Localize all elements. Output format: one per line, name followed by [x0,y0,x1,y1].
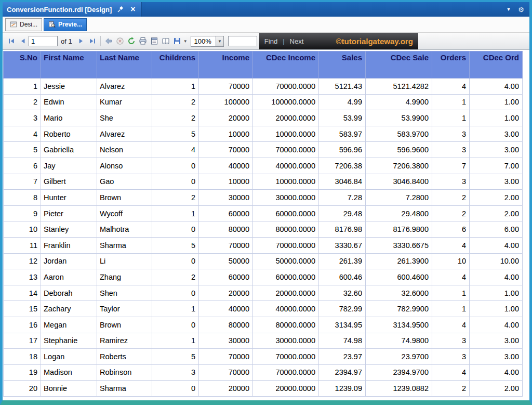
next-link[interactable]: Next [290,37,304,45]
gear-icon[interactable]: ⚙ [518,6,524,14]
table-cell: Hunter [41,190,97,206]
table-cell: 3.00 [470,126,523,142]
print-layout-button[interactable] [149,35,160,47]
column-header-orders: Orders [432,51,470,79]
pin-icon[interactable] [117,6,124,13]
table-cell: 3.00 [470,142,523,158]
table-cell: 13 [4,269,41,285]
table-cell: 8 [4,190,41,206]
table-cell: Deborah [41,285,97,301]
table-cell: 20000 [199,381,253,397]
print-button[interactable] [137,35,149,47]
close-icon[interactable]: × [129,5,137,14]
table-cell: 70000 [199,364,253,381]
table-cell: 5 [152,349,199,365]
table-cell: 1 [432,285,470,301]
table-cell: 1 [4,79,41,95]
table-cell: 3134.95 [319,317,366,333]
table-cell: Nelson [97,142,152,158]
table-cell: 2 [432,190,470,206]
previous-page-button[interactable] [17,35,29,47]
table-cell: 4 [152,142,199,158]
stop-button[interactable] [114,35,126,47]
table-cell: 1 [432,301,470,317]
table-cell: 596.96 [319,142,366,158]
table-cell: 2394.9700 [366,364,432,381]
back-to-parent-button[interactable] [103,35,114,47]
report-toolbar: of 1 ▼ 100% ▼ [3,33,529,50]
table-cell: 32.6000 [366,285,432,301]
table-cell: 1 [152,333,199,349]
table-cell: 3.00 [470,174,523,190]
document-tab[interactable]: ConversionFunction.rdl [Design] × [3,2,142,17]
zoom-dropdown-icon[interactable]: ▼ [216,36,223,46]
table-cell: Shen [97,285,152,301]
table-cell: 4.9900 [366,94,432,110]
table-cell: Megan [41,317,97,333]
tab-design[interactable]: Desi... [5,18,42,31]
table-cell: 12 [4,253,41,269]
next-page-button[interactable] [75,35,87,47]
table-cell: Bonnie [41,381,97,397]
find-link[interactable]: Find [264,37,277,45]
last-page-button[interactable] [87,35,98,47]
table-cell: Aaron [41,269,97,285]
table-cell: 3330.67 [319,237,366,253]
export-dropdown-icon[interactable]: ▼ [183,39,188,44]
table-cell: 29.4800 [366,205,432,221]
refresh-button[interactable] [126,35,137,47]
page-number-input[interactable] [29,36,58,46]
table-cell: 80000 [199,317,253,333]
table-cell: 2 [4,94,41,110]
report-viewer: S.NoFirst NameLast NameChildrensIncomeCD… [3,50,529,400]
table-cell: She [97,110,152,126]
table-cell: 23.97 [319,349,366,365]
table-cell: 2 [432,205,470,221]
design-icon [10,21,17,28]
table-cell: 0 [152,158,199,174]
table-cell: 5 [4,142,41,158]
table-cell: 80000.0000 [253,317,319,333]
table-cell: Logan [41,349,97,365]
table-cell: Gilbert [41,174,97,190]
find-input[interactable] [228,36,257,46]
zoom-select[interactable]: 100% ▼ [191,36,224,47]
table-cell: 6.00 [470,221,523,238]
zoom-value: 100% [191,37,216,45]
table-cell: 6 [4,158,41,174]
table-cell: 3 [432,174,470,190]
table-cell: 23.9700 [366,349,432,365]
table-row: 19MadisonRobinson37000070000.00002394.97… [4,364,523,381]
table-cell: 7206.38 [319,158,366,174]
titlebar: ConversionFunction.rdl [Design] × ▼ ⚙ [3,2,529,17]
first-page-button[interactable] [6,35,17,47]
column-header-income: Income [199,51,253,79]
report-designer-window: ConversionFunction.rdl [Design] × ▼ ⚙ [0,0,532,405]
page-count-label: of 1 [61,37,72,45]
table-cell: 2.00 [470,381,523,397]
table-cell: 10.00 [470,253,523,269]
table-row: 14DeborahShen02000020000.000032.6032.600… [4,285,523,301]
table-cell: 4 [432,79,470,95]
table-cell: 15 [4,301,41,317]
column-header-cdec-sale: CDec Sale [366,51,432,79]
table-row: 5GabriellaNelson47000070000.0000596.9659… [4,142,523,158]
table-cell: 1 [152,79,199,95]
window-dropdown-icon[interactable]: ▼ [506,7,511,12]
table-cell: Alonso [97,158,152,174]
table-cell: 600.4600 [366,269,432,285]
table-cell: 70000.0000 [253,79,319,95]
table-cell: Ramirez [97,333,152,349]
table-cell: Li [97,253,152,269]
table-cell: 70000 [199,142,253,158]
toolbar-spacer [418,33,529,49]
table-cell: 2 [152,94,199,110]
tab-preview[interactable]: Previe... [44,18,87,31]
table-cell: 53.9900 [366,110,432,126]
table-cell: 583.9700 [366,126,432,142]
export-button[interactable] [171,35,183,47]
page-setup-button[interactable] [160,35,171,47]
table-cell: 40000.0000 [253,301,319,317]
table-cell: 3 [152,364,199,381]
table-cell: 4.00 [470,237,523,253]
